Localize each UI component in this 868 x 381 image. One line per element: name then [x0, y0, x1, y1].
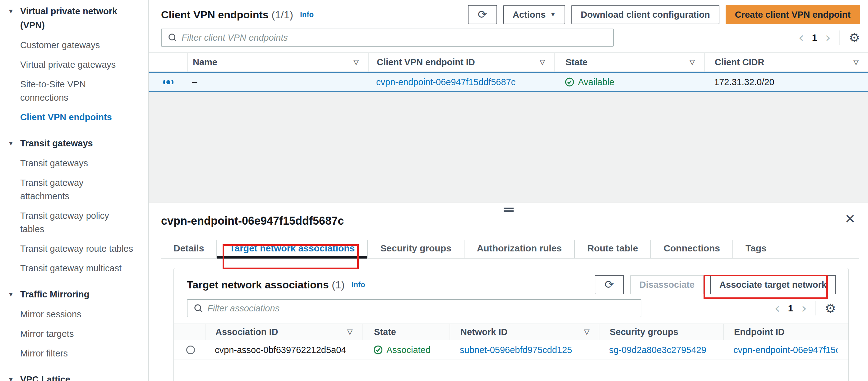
associations-refresh-button[interactable]: ⟳ — [595, 275, 624, 294]
search-icon — [194, 304, 203, 313]
security-group-link[interactable]: sg-09d2a80e3c2795429 — [609, 345, 706, 355]
tab-authorization-rules[interactable]: Authorization rules — [464, 240, 574, 258]
associate-target-network-button[interactable]: Associate target network — [710, 275, 836, 294]
triangle-down-icon: ▼ — [8, 287, 14, 301]
column-header-client-cidr[interactable]: Client CIDR ▽ — [704, 53, 868, 71]
sidebar-item-mirror-targets[interactable]: Mirror targets — [8, 327, 135, 341]
sidebar-section-vpc-lattice: ▼ VPC Lattice — [8, 373, 135, 381]
associations-title: Target network associations (1) — [187, 275, 345, 294]
sort-icon[interactable]: ▽ — [347, 328, 352, 336]
toolbar: ⟳ Actions ▼ Download client configuratio… — [468, 5, 860, 24]
associations-search-box — [187, 299, 641, 317]
chevron-left-icon[interactable]: ‹ — [798, 31, 804, 44]
column-header-network-id[interactable]: Network ID ▽ — [450, 324, 599, 340]
endpoint-id-link[interactable]: cvpn-endpoint-06e947f15ddf5687c — [376, 77, 516, 87]
sidebar-item-mirror-filters[interactable]: Mirror filters — [8, 347, 135, 360]
disassociate-button[interactable]: Disassociate — [630, 275, 704, 294]
column-header-name[interactable]: Name ▽ — [187, 53, 368, 71]
chevron-down-icon: ▼ — [550, 11, 556, 18]
sidebar-item-transit-gateway-route-tables[interactable]: Transit gateway route tables — [8, 242, 135, 255]
chevron-right-icon[interactable]: › — [802, 301, 807, 315]
endpoints-table-header: Name ▽ Client VPN endpoint ID ▽ State ▽ … — [149, 52, 868, 72]
associations-pagination: ‹ 1 › ⚙ — [774, 301, 836, 315]
associations-filter-input[interactable] — [207, 303, 634, 314]
associations-toolbar: ⟳ Disassociate Associate target network — [595, 275, 836, 294]
refresh-icon: ⟳ — [478, 9, 487, 20]
radio-selected[interactable] — [166, 80, 170, 84]
divider — [839, 30, 840, 45]
pane-header: Client VPN endpoints (1/1) Info ⟳ Action… — [149, 0, 868, 24]
download-client-configuration-button[interactable]: Download client configuration — [571, 5, 719, 24]
panel-title: cvpn-endpoint-06e947f15ddf5687c — [161, 215, 868, 227]
sidebar-item-virtual-private-gateways[interactable]: Virtual private gateways — [8, 58, 135, 71]
row-radio-cell — [174, 346, 205, 354]
page-number[interactable]: 1 — [787, 303, 794, 314]
sidebar-section-header-vpn[interactable]: ▼ Virtual private network (VPN) — [8, 4, 135, 32]
gear-icon[interactable]: ⚙ — [825, 302, 836, 315]
associations-info-link[interactable]: Info — [352, 275, 365, 294]
close-icon[interactable]: ✕ — [845, 213, 856, 226]
sidebar-item-transit-gateway-attachments[interactable]: Transit gateway attachments — [8, 176, 135, 203]
section-label: Transit gateways — [20, 138, 93, 148]
sort-icon[interactable]: ▽ — [584, 328, 589, 336]
chevron-right-icon[interactable]: › — [826, 31, 831, 44]
sidebar-section-transit-gateways: ▼ Transit gateways Transit gateways Tran… — [8, 136, 135, 275]
sidebar-item-transit-gateways[interactable]: Transit gateways — [8, 157, 135, 170]
refresh-icon: ⟳ — [605, 279, 614, 290]
split-panel-drag-handle[interactable] — [504, 208, 514, 212]
column-header-association-id[interactable]: Association ID ▽ — [205, 324, 362, 340]
page-number[interactable]: 1 — [811, 32, 818, 43]
sidebar-item-site-to-site-vpn-connections[interactable]: Site-to-Site VPN connections — [8, 78, 135, 104]
tab-target-network-associations[interactable]: Target network associations — [216, 240, 367, 258]
sort-icon[interactable]: ▽ — [540, 58, 545, 66]
associations-card-header: Target network associations (1) Info ⟳ D… — [174, 268, 848, 294]
associations-count: (1) — [332, 279, 345, 291]
column-header-endpoint-id[interactable]: Endpoint ID — [723, 324, 838, 340]
gear-icon[interactable]: ⚙ — [849, 31, 860, 44]
endpoints-filter-input[interactable] — [182, 33, 607, 43]
actions-button[interactable]: Actions ▼ — [503, 5, 565, 24]
search-icon — [168, 33, 177, 42]
sidebar-item-customer-gateways[interactable]: Customer gateways — [8, 38, 135, 52]
vpc-sidebar: ▼ Virtual private network (VPN) Customer… — [0, 0, 149, 381]
sort-icon[interactable]: ▽ — [854, 58, 859, 66]
sort-icon[interactable]: ▽ — [689, 58, 695, 66]
tab-connections[interactable]: Connections — [650, 240, 733, 258]
info-link[interactable]: Info — [300, 5, 314, 24]
chevron-left-icon[interactable]: ‹ — [774, 301, 780, 315]
tab-tags[interactable]: Tags — [733, 240, 779, 258]
sidebar-section-header-transit-gateways[interactable]: ▼ Transit gateways — [8, 136, 135, 150]
refresh-button[interactable]: ⟳ — [468, 5, 497, 24]
radio-unselected[interactable] — [186, 346, 195, 354]
sidebar-item-client-vpn-endpoints[interactable]: Client VPN endpoints — [8, 110, 135, 124]
sidebar-item-transit-gateway-policy-tables[interactable]: Transit gateway policy tables — [8, 209, 135, 236]
row-radio-cell — [149, 80, 187, 84]
state-cell: Available — [554, 77, 704, 87]
column-header-state[interactable]: State — [362, 324, 450, 340]
sidebar-section-header-traffic-mirroring[interactable]: ▼ Traffic Mirroring — [8, 287, 135, 301]
panel-tabs: Details Target network associations Secu… — [161, 240, 859, 259]
sidebar-section-header-vpc-lattice[interactable]: ▼ VPC Lattice — [8, 373, 135, 381]
column-header-state[interactable]: State ▽ — [554, 53, 704, 71]
tab-route-table[interactable]: Route table — [574, 240, 650, 258]
create-client-vpn-endpoint-button[interactable]: Create client VPN endpoint — [725, 5, 860, 24]
association-table-row[interactable]: cvpn-assoc-0bf639762212d5a04 Associated … — [174, 340, 848, 360]
section-label: Traffic Mirroring — [20, 289, 89, 299]
subnet-link[interactable]: subnet-0596ebfd975cdd125 — [460, 345, 572, 355]
column-header-endpoint-id[interactable]: Client VPN endpoint ID ▽ — [368, 53, 554, 71]
endpoint-id-link[interactable]: cvpn-endpoint-06e947f15ddf5687c — [733, 345, 838, 355]
network-id-cell: subnet-0596ebfd975cdd125 — [450, 345, 599, 355]
check-circle-icon — [373, 345, 383, 355]
sort-icon[interactable]: ▽ — [353, 58, 359, 66]
triangle-down-icon: ▼ — [8, 373, 14, 381]
endpoint-table-row[interactable]: – cvpn-endpoint-06e947f15ddf5687c Availa… — [149, 72, 868, 92]
tab-details[interactable]: Details — [161, 240, 216, 258]
tab-security-groups[interactable]: Security groups — [367, 240, 464, 258]
page-title-text: Client VPN endpoints — [161, 9, 269, 21]
sidebar-item-transit-gateway-multicast[interactable]: Transit gateway multicast — [8, 262, 135, 275]
sidebar-item-mirror-sessions[interactable]: Mirror sessions — [8, 308, 135, 321]
section-label: Virtual private network (VPN) — [20, 6, 117, 30]
select-column — [174, 324, 205, 340]
endpoints-filter-row: ‹ 1 › ⚙ — [149, 24, 868, 46]
column-header-security-groups[interactable]: Security groups — [599, 324, 723, 340]
